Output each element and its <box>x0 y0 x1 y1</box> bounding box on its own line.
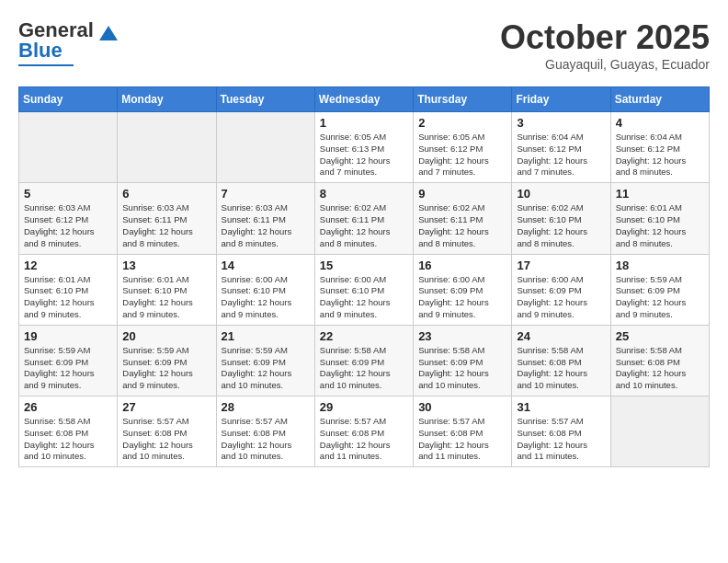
calendar-cell: 6Sunrise: 6:03 AM Sunset: 6:11 PM Daylig… <box>118 183 216 254</box>
day-number: 1 <box>320 116 408 130</box>
day-number: 14 <box>222 259 310 272</box>
cell-text: Sunrise: 6:05 AM Sunset: 6:13 PM Dayligh… <box>320 132 408 178</box>
cell-text: Sunrise: 6:04 AM Sunset: 6:12 PM Dayligh… <box>616 132 704 178</box>
cell-text: Sunrise: 5:57 AM Sunset: 6:08 PM Dayligh… <box>122 416 210 463</box>
day-number: 26 <box>24 400 112 414</box>
weekday-header-row: SundayMondayTuesdayWednesdayThursdayFrid… <box>19 87 710 112</box>
cell-text: Sunrise: 5:57 AM Sunset: 6:08 PM Dayligh… <box>517 416 605 463</box>
week-row-3: 12Sunrise: 6:01 AM Sunset: 6:10 PM Dayli… <box>19 254 710 325</box>
calendar-cell <box>610 396 709 467</box>
cell-text: Sunrise: 6:03 AM Sunset: 6:11 PM Dayligh… <box>122 202 210 249</box>
cell-text: Sunrise: 6:01 AM Sunset: 6:10 PM Dayligh… <box>616 202 704 249</box>
day-number: 7 <box>222 187 310 201</box>
calendar-cell: 10Sunrise: 6:02 AM Sunset: 6:10 PM Dayli… <box>512 183 610 254</box>
day-number: 29 <box>320 400 408 414</box>
calendar-cell: 9Sunrise: 6:02 AM Sunset: 6:11 PM Daylig… <box>414 183 512 254</box>
day-number: 2 <box>418 116 506 130</box>
day-number: 8 <box>320 187 408 201</box>
logo-icon <box>99 26 118 40</box>
weekday-header-sunday: Sunday <box>19 87 118 112</box>
calendar-cell: 17Sunrise: 6:00 AM Sunset: 6:09 PM Dayli… <box>512 254 610 325</box>
weekday-header-thursday: Thursday <box>414 87 512 112</box>
calendar-cell: 29Sunrise: 5:57 AM Sunset: 6:08 PM Dayli… <box>314 396 413 467</box>
day-number: 20 <box>122 329 210 343</box>
calendar-cell: 23Sunrise: 5:58 AM Sunset: 6:09 PM Dayli… <box>414 325 512 396</box>
calendar-cell: 26Sunrise: 5:58 AM Sunset: 6:08 PM Dayli… <box>19 396 118 467</box>
weekday-header-tuesday: Tuesday <box>216 87 314 112</box>
title-area: October 2025 Guayaquil, Guayas, Ecuador <box>500 18 710 72</box>
cell-text: Sunrise: 5:59 AM Sunset: 6:09 PM Dayligh… <box>122 345 210 392</box>
day-number: 23 <box>418 329 506 343</box>
calendar-cell: 14Sunrise: 6:00 AM Sunset: 6:10 PM Dayli… <box>216 254 314 325</box>
cell-text: Sunrise: 5:58 AM Sunset: 6:09 PM Dayligh… <box>320 345 408 392</box>
calendar-cell <box>216 112 314 183</box>
location-subtitle: Guayaquil, Guayas, Ecuador <box>500 57 710 72</box>
calendar-cell: 1Sunrise: 6:05 AM Sunset: 6:13 PM Daylig… <box>314 112 413 183</box>
day-number: 17 <box>517 259 605 272</box>
calendar-cell: 12Sunrise: 6:01 AM Sunset: 6:10 PM Dayli… <box>19 254 118 325</box>
page-header: General Blue October 2025 Guayaquil, Gua… <box>18 18 710 72</box>
cell-text: Sunrise: 6:03 AM Sunset: 6:11 PM Dayligh… <box>222 202 310 249</box>
week-row-1: 1Sunrise: 6:05 AM Sunset: 6:13 PM Daylig… <box>19 112 710 183</box>
cell-text: Sunrise: 6:00 AM Sunset: 6:09 PM Dayligh… <box>418 274 506 321</box>
cell-text: Sunrise: 6:02 AM Sunset: 6:11 PM Dayligh… <box>418 202 506 249</box>
cell-text: Sunrise: 6:03 AM Sunset: 6:12 PM Dayligh… <box>24 202 112 249</box>
cell-text: Sunrise: 5:57 AM Sunset: 6:08 PM Dayligh… <box>222 416 310 463</box>
svg-marker-0 <box>99 26 118 40</box>
calendar-cell: 16Sunrise: 6:00 AM Sunset: 6:09 PM Dayli… <box>414 254 512 325</box>
calendar-cell: 22Sunrise: 5:58 AM Sunset: 6:09 PM Dayli… <box>314 325 413 396</box>
cell-text: Sunrise: 6:01 AM Sunset: 6:10 PM Dayligh… <box>122 274 210 321</box>
day-number: 28 <box>222 400 310 414</box>
day-number: 25 <box>616 329 704 343</box>
cell-text: Sunrise: 5:58 AM Sunset: 6:08 PM Dayligh… <box>517 345 605 392</box>
day-number: 4 <box>616 116 704 130</box>
month-title: October 2025 <box>500 18 710 57</box>
calendar-cell <box>19 112 118 183</box>
week-row-2: 5Sunrise: 6:03 AM Sunset: 6:12 PM Daylig… <box>19 183 710 254</box>
logo-blue: Blue <box>18 39 63 63</box>
calendar-cell: 24Sunrise: 5:58 AM Sunset: 6:08 PM Dayli… <box>512 325 610 396</box>
cell-text: Sunrise: 6:01 AM Sunset: 6:10 PM Dayligh… <box>24 274 112 321</box>
calendar-table: SundayMondayTuesdayWednesdayThursdayFrid… <box>18 86 710 467</box>
cell-text: Sunrise: 5:58 AM Sunset: 6:08 PM Dayligh… <box>24 416 112 463</box>
week-row-4: 19Sunrise: 5:59 AM Sunset: 6:09 PM Dayli… <box>19 325 710 396</box>
day-number: 5 <box>24 187 112 201</box>
cell-text: Sunrise: 5:59 AM Sunset: 6:09 PM Dayligh… <box>222 345 310 392</box>
calendar-cell: 13Sunrise: 6:01 AM Sunset: 6:10 PM Dayli… <box>118 254 216 325</box>
cell-text: Sunrise: 6:02 AM Sunset: 6:11 PM Dayligh… <box>320 202 408 249</box>
calendar-cell: 18Sunrise: 5:59 AM Sunset: 6:09 PM Dayli… <box>610 254 709 325</box>
day-number: 10 <box>517 187 605 201</box>
calendar-cell: 2Sunrise: 6:05 AM Sunset: 6:12 PM Daylig… <box>414 112 512 183</box>
calendar-cell: 21Sunrise: 5:59 AM Sunset: 6:09 PM Dayli… <box>216 325 314 396</box>
calendar-cell: 30Sunrise: 5:57 AM Sunset: 6:08 PM Dayli… <box>414 396 512 467</box>
cell-text: Sunrise: 5:59 AM Sunset: 6:09 PM Dayligh… <box>616 274 704 321</box>
calendar-cell: 7Sunrise: 6:03 AM Sunset: 6:11 PM Daylig… <box>216 183 314 254</box>
day-number: 21 <box>222 329 310 343</box>
calendar-cell <box>118 112 216 183</box>
day-number: 24 <box>517 329 605 343</box>
day-number: 9 <box>418 187 506 201</box>
day-number: 3 <box>517 116 605 130</box>
cell-text: Sunrise: 6:02 AM Sunset: 6:10 PM Dayligh… <box>517 202 605 249</box>
calendar-cell: 15Sunrise: 6:00 AM Sunset: 6:10 PM Dayli… <box>314 254 413 325</box>
calendar-cell: 19Sunrise: 5:59 AM Sunset: 6:09 PM Dayli… <box>19 325 118 396</box>
cell-text: Sunrise: 6:04 AM Sunset: 6:12 PM Dayligh… <box>517 132 605 178</box>
day-number: 30 <box>418 400 506 414</box>
cell-text: Sunrise: 5:59 AM Sunset: 6:09 PM Dayligh… <box>24 345 112 392</box>
cell-text: Sunrise: 5:58 AM Sunset: 6:09 PM Dayligh… <box>418 345 506 392</box>
weekday-header-friday: Friday <box>512 87 610 112</box>
cell-text: Sunrise: 5:57 AM Sunset: 6:08 PM Dayligh… <box>418 416 506 463</box>
day-number: 16 <box>418 259 506 272</box>
calendar-cell: 8Sunrise: 6:02 AM Sunset: 6:11 PM Daylig… <box>314 183 413 254</box>
cell-text: Sunrise: 5:58 AM Sunset: 6:08 PM Dayligh… <box>616 345 704 392</box>
day-number: 22 <box>320 329 408 343</box>
calendar-cell: 3Sunrise: 6:04 AM Sunset: 6:12 PM Daylig… <box>512 112 610 183</box>
weekday-header-monday: Monday <box>118 87 216 112</box>
day-number: 12 <box>24 259 112 272</box>
calendar-cell: 5Sunrise: 6:03 AM Sunset: 6:12 PM Daylig… <box>19 183 118 254</box>
calendar-cell: 27Sunrise: 5:57 AM Sunset: 6:08 PM Dayli… <box>118 396 216 467</box>
logo-underline <box>18 64 74 66</box>
calendar-cell: 25Sunrise: 5:58 AM Sunset: 6:08 PM Dayli… <box>610 325 709 396</box>
day-number: 31 <box>517 400 605 414</box>
day-number: 27 <box>122 400 210 414</box>
